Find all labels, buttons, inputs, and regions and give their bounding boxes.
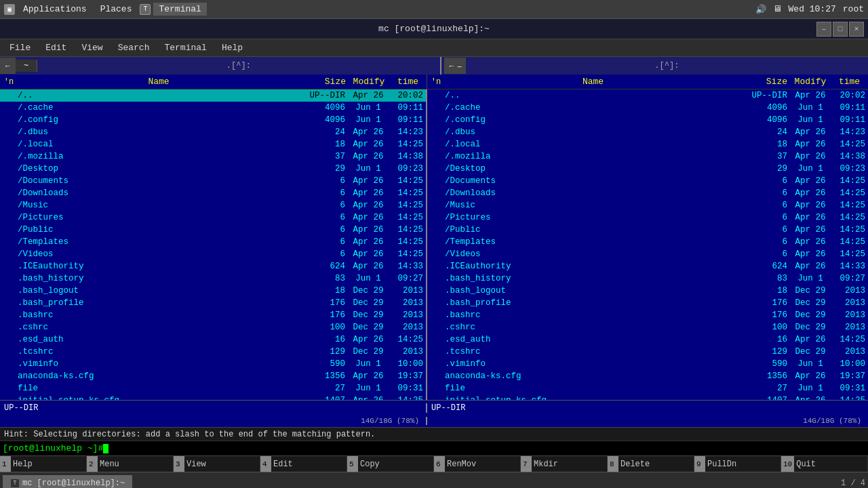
- left-file-row[interactable]: .bashrc 176 Dec 29 2013: [0, 309, 426, 321]
- right-file-row[interactable]: /.. UP--DIR Apr 26 20:02: [427, 89, 868, 102]
- left-file-row[interactable]: /Templates 6 Apr 26 14:25: [0, 236, 426, 248]
- fkey-6[interactable]: 6 RenMov: [434, 456, 521, 472]
- left-file-row[interactable]: .cshrc 100 Dec 29 2013: [0, 321, 426, 333]
- right-file-row[interactable]: /Videos 6 Apr 26 14:25: [427, 248, 868, 260]
- row-modify: Apr 26: [790, 335, 831, 344]
- fkey-9[interactable]: 9 PullDn: [694, 456, 781, 472]
- left-file-row[interactable]: /Public 6 Apr 26 14:25: [0, 224, 426, 236]
- left-file-row[interactable]: /.cache 4096 Jun 1 09:11: [0, 102, 426, 114]
- places-menu[interactable]: Places: [95, 3, 138, 16]
- left-file-row[interactable]: .bash_history 83 Jun 1 09:27: [0, 272, 426, 285]
- left-file-row[interactable]: .tcshrc 129 Dec 29 2013: [0, 346, 426, 358]
- command-line[interactable]: [root@linuxhelp ~]#: [0, 441, 868, 455]
- fkey-8[interactable]: 8 Delete: [608, 456, 694, 472]
- row-size: UP--DIR: [300, 91, 348, 100]
- row-modify: Jun 1: [790, 359, 831, 369]
- left-file-row[interactable]: /.mozilla 37 Apr 26 14:38: [0, 150, 426, 163]
- cmd-cursor: [103, 444, 108, 453]
- close-button[interactable]: ×: [849, 22, 864, 37]
- left-file-row[interactable]: /.config 4096 Jun 1 09:11: [0, 114, 426, 126]
- right-file-row[interactable]: /Music 6 Apr 26 14:25: [427, 199, 868, 211]
- left-file-row[interactable]: initial-setup-ks.cfg 1407 Apr 26 14:25: [0, 394, 426, 400]
- left-file-row[interactable]: /Videos 6 Apr 26 14:25: [0, 248, 426, 260]
- fkey-10[interactable]: 10 Quit: [781, 456, 868, 472]
- left-col-time[interactable]: time: [389, 77, 427, 87]
- fkey-3[interactable]: 3 View: [174, 456, 260, 472]
- right-col-size[interactable]: Size: [743, 77, 790, 87]
- menu-view[interactable]: View: [75, 41, 109, 54]
- left-file-row[interactable]: /Documents 6 Apr 26 14:25: [0, 175, 426, 187]
- right-file-row[interactable]: /.cache 4096 Jun 1 09:11: [427, 102, 868, 114]
- right-file-row[interactable]: /Templates 6 Apr 26 14:25: [427, 236, 868, 248]
- right-file-row[interactable]: .bash_history 83 Jun 1 09:27: [427, 272, 868, 285]
- right-col-time[interactable]: time: [831, 77, 868, 87]
- left-file-row[interactable]: /Pictures 6 Apr 26 14:25: [0, 211, 426, 224]
- left-panel-tab[interactable]: ~: [16, 60, 37, 72]
- right-file-row[interactable]: .ICEauthority 624 Apr 26 14:33: [427, 260, 868, 272]
- left-file-row[interactable]: /.dbus 24 Apr 26 14:23: [0, 126, 426, 138]
- right-file-row[interactable]: .esd_auth 16 Apr 26 14:25: [427, 333, 868, 346]
- fkey-4[interactable]: 4 Edit: [260, 456, 347, 472]
- applications-menu[interactable]: Applications: [18, 3, 92, 16]
- right-file-row[interactable]: /Documents 6 Apr 26 14:25: [427, 175, 868, 187]
- right-file-row[interactable]: /Desktop 29 Jun 1 09:23: [427, 163, 868, 175]
- menu-help[interactable]: Help: [215, 41, 250, 54]
- right-file-row[interactable]: .viminfo 590 Jun 1 10:00: [427, 358, 868, 370]
- right-file-row[interactable]: /Pictures 6 Apr 26 14:25: [427, 211, 868, 224]
- right-col-name[interactable]: Name: [443, 77, 743, 87]
- fkey-5[interactable]: 5 Copy: [347, 456, 434, 472]
- fkey-7[interactable]: 7 Mkdir: [521, 456, 608, 472]
- left-file-row[interactable]: /Music 6 Apr 26 14:25: [0, 199, 426, 211]
- right-file-row[interactable]: file 27 Jun 1 09:31: [427, 382, 868, 394]
- right-file-row[interactable]: anaconda-ks.cfg 1356 Apr 26 19:37: [427, 370, 868, 382]
- right-file-row[interactable]: /.local 18 Apr 26 14:25: [427, 138, 868, 150]
- row-time: 14:23: [389, 127, 426, 137]
- right-file-row[interactable]: /Public 6 Apr 26 14:25: [427, 224, 868, 236]
- right-col-modify[interactable]: Modify: [790, 77, 831, 87]
- terminal-menu[interactable]: Terminal: [153, 3, 206, 16]
- left-file-row[interactable]: file 27 Jun 1 09:31: [0, 382, 426, 394]
- row-name: .ICEauthority: [16, 262, 300, 271]
- menu-file[interactable]: File: [3, 41, 37, 54]
- right-file-row[interactable]: .bash_profile 176 Dec 29 2013: [427, 297, 868, 309]
- left-file-row[interactable]: /.local 18 Apr 26 14:25: [0, 138, 426, 150]
- row-size: 624: [300, 262, 348, 271]
- left-file-row[interactable]: .esd_auth 16 Apr 26 14:25: [0, 333, 426, 346]
- left-file-row[interactable]: anaconda-ks.cfg 1356 Apr 26 19:37: [0, 370, 426, 382]
- left-col-name[interactable]: Name: [16, 77, 301, 87]
- left-file-row[interactable]: .bash_profile 176 Dec 29 2013: [0, 297, 426, 309]
- disk-bar: 14G/18G (78%) 14G/18G (78%): [0, 415, 868, 427]
- right-file-row[interactable]: .bash_logout 18 Dec 29 2013: [427, 285, 868, 297]
- row-size: 176: [743, 298, 790, 308]
- hint-text: Hint: Selecting directories: add a slash…: [4, 430, 375, 439]
- window-titlebar: mc [root@linuxhelp]:~ – □ ×: [0, 19, 868, 39]
- left-file-row[interactable]: /.. UP--DIR Apr 26 20:02: [0, 89, 426, 102]
- right-file-row[interactable]: .tcshrc 129 Dec 29 2013: [427, 346, 868, 358]
- maximize-button[interactable]: □: [833, 22, 848, 37]
- row-name: .bashrc: [16, 310, 300, 320]
- right-file-row[interactable]: .cshrc 100 Dec 29 2013: [427, 321, 868, 333]
- left-file-row[interactable]: .ICEauthority 624 Apr 26 14:33: [0, 260, 426, 272]
- left-file-row[interactable]: .bash_logout 18 Dec 29 2013: [0, 285, 426, 297]
- menu-terminal[interactable]: Terminal: [157, 41, 213, 54]
- left-file-row[interactable]: .viminfo 590 Jun 1 10:00: [0, 358, 426, 370]
- right-file-row[interactable]: /.dbus 24 Apr 26 14:23: [427, 126, 868, 138]
- right-file-row[interactable]: .bashrc 176 Dec 29 2013: [427, 309, 868, 321]
- fkey-2[interactable]: 2 Menu: [87, 456, 174, 472]
- right-arrow-button[interactable]: ← –: [444, 58, 466, 74]
- left-file-row[interactable]: /Downloads 6 Apr 26 14:25: [0, 187, 426, 199]
- right-file-row[interactable]: /.config 4096 Jun 1 09:11: [427, 114, 868, 126]
- left-file-row[interactable]: /Desktop 29 Jun 1 09:23: [0, 163, 426, 175]
- menu-edit[interactable]: Edit: [39, 41, 73, 54]
- right-file-row[interactable]: initial-setup-ks.cfg 1407 Apr 26 14:25: [427, 394, 868, 400]
- right-file-row[interactable]: /.mozilla 37 Apr 26 14:38: [427, 150, 868, 163]
- left-col-modify[interactable]: Modify: [349, 77, 389, 87]
- taskbar-terminal-item[interactable]: T mc [root@linuxhelp]:~: [3, 475, 132, 489]
- menu-search[interactable]: Search: [111, 41, 157, 54]
- left-col-size[interactable]: Size: [301, 77, 349, 87]
- right-file-row[interactable]: /Downloads 6 Apr 26 14:25: [427, 187, 868, 199]
- left-disk-info: 14G/18G (78%): [0, 417, 427, 425]
- fkey-1[interactable]: 1 Help: [0, 456, 87, 472]
- left-arrow-button[interactable]: ←: [0, 58, 16, 74]
- minimize-button[interactable]: –: [816, 22, 831, 37]
